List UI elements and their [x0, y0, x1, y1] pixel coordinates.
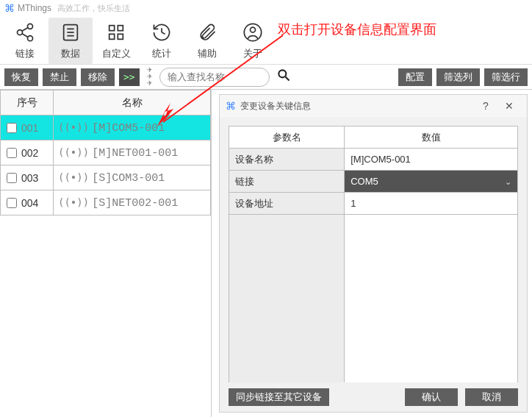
- search-wrap: [159, 68, 293, 87]
- ribbon-assist-label: 辅助: [198, 47, 217, 60]
- dialog-footer: 同步链接至其它设备 确认 取消: [220, 382, 527, 412]
- dialog-body: 参数名 数值 设备名称[M]COM5-001链接COM5⌄设备地址1: [220, 117, 527, 382]
- param-row: 设备名称[M]COM5-001: [229, 149, 518, 171]
- svg-rect-9: [109, 25, 115, 30]
- row-checkbox[interactable]: [7, 198, 17, 208]
- forbid-button[interactable]: 禁止: [43, 68, 76, 86]
- col-header-name[interactable]: 名称: [54, 90, 211, 115]
- row-sn: 002: [21, 147, 38, 159]
- param-filler: [229, 215, 518, 383]
- dialog-title: 变更设备关键信息: [240, 100, 311, 113]
- history-icon: [151, 22, 172, 46]
- svg-line-18: [285, 77, 289, 81]
- param-value[interactable]: [M]COM5-001: [345, 149, 518, 171]
- app-slogan: 高效工作，快乐生活: [57, 3, 130, 14]
- ribbon-about[interactable]: 关于: [231, 18, 275, 64]
- right-pane: ⌘ 变更设备关键信息 ? ✕ 参数名 数值 设备名称[M]COM5-001链接C…: [212, 90, 532, 417]
- param-key: 设备地址: [229, 193, 345, 215]
- dialog-header: ⌘ 变更设备关键信息 ? ✕: [220, 95, 527, 117]
- svg-rect-10: [118, 25, 123, 30]
- row-checkbox[interactable]: [7, 123, 17, 133]
- ribbon-data[interactable]: 数据: [48, 18, 93, 64]
- param-key: 链接: [229, 171, 345, 193]
- ribbon-data-label: 数据: [61, 47, 80, 60]
- search-input[interactable]: [159, 68, 270, 87]
- device-table: 序号 名称 001((•))[M]COM5-001002((•))[M]NET0…: [0, 90, 211, 215]
- svg-point-0: [18, 29, 23, 35]
- ribbon-stats[interactable]: 统计: [140, 18, 184, 64]
- svg-point-2: [28, 35, 33, 40]
- restore-button[interactable]: 恢复: [4, 68, 38, 86]
- row-name: [M]COM5-001: [92, 122, 165, 135]
- signal-icon: ((•)): [58, 121, 89, 133]
- svg-point-17: [278, 70, 286, 77]
- row-name: [S]NET002-001: [92, 197, 178, 210]
- svg-line-14: [162, 32, 165, 34]
- col-header-param: 参数名: [229, 126, 345, 149]
- table-row[interactable]: 004((•))[S]NET002-001: [1, 190, 211, 215]
- signal-icon: ((•)): [58, 146, 89, 158]
- row-sn: 004: [21, 197, 38, 209]
- row-sn: 003: [21, 172, 38, 184]
- list-icon: [60, 22, 81, 46]
- app-brand: MThings: [18, 3, 51, 13]
- main-area: 序号 名称 001((•))[M]COM5-001002((•))[M]NET0…: [0, 90, 532, 417]
- help-button[interactable]: ?: [474, 100, 497, 112]
- dialog-header-icon: ⌘: [226, 100, 236, 112]
- param-row: 链接COM5⌄: [229, 171, 518, 193]
- ribbon-about-label: 关于: [243, 47, 262, 60]
- magnifier-icon: [276, 68, 291, 86]
- share-icon: [15, 22, 35, 46]
- table-row[interactable]: 001((•))[M]COM5-001: [1, 115, 211, 140]
- action-bar: 恢复 禁止 移除 >> ✈✈✈ 配置 筛选列 筛选行: [0, 65, 532, 90]
- table-row[interactable]: 003((•))[S]COM3-001: [1, 165, 211, 190]
- param-key: 设备名称: [229, 149, 345, 171]
- row-checkbox[interactable]: [7, 148, 17, 158]
- close-button[interactable]: ✕: [497, 100, 521, 112]
- ribbon-link[interactable]: 链接: [3, 18, 47, 64]
- chevron-down-icon: ⌄: [505, 177, 511, 186]
- person-icon: [242, 22, 263, 46]
- col-header-value: 数值: [345, 126, 518, 149]
- filter-row-button[interactable]: 筛选行: [484, 68, 528, 86]
- ribbon-custom[interactable]: 自定义: [94, 18, 138, 64]
- search-button[interactable]: [274, 68, 293, 87]
- svg-point-1: [28, 24, 33, 29]
- param-row: 设备地址1: [229, 193, 518, 215]
- filter-col-button[interactable]: 筛选列: [436, 68, 480, 86]
- ribbon-toolbar: 链接 数据 自定义 统计 辅助 关于: [0, 16, 532, 65]
- device-info-dialog: ⌘ 变更设备关键信息 ? ✕ 参数名 数值 设备名称[M]COM5-001链接C…: [219, 94, 528, 413]
- ok-button[interactable]: 确认: [405, 388, 458, 406]
- col-header-sn[interactable]: 序号: [1, 90, 54, 115]
- device-list-pane: 序号 名称 001((•))[M]COM5-001002((•))[M]NET0…: [0, 90, 212, 417]
- param-table: 参数名 数值 设备名称[M]COM5-001链接COM5⌄设备地址1: [229, 126, 518, 382]
- ribbon-custom-label: 自定义: [102, 47, 131, 60]
- row-checkbox[interactable]: [7, 173, 17, 183]
- ribbon-stats-label: 统计: [152, 47, 171, 60]
- paperclip-icon: [197, 22, 218, 46]
- svg-rect-12: [118, 34, 123, 39]
- signal-icon: ((•)): [58, 196, 89, 208]
- mini-arrow-icon: ✈✈✈: [147, 67, 152, 87]
- row-name: [S]COM3-001: [92, 172, 165, 185]
- table-row[interactable]: 002((•))[M]NET001-001: [1, 140, 211, 165]
- row-name: [M]NET001-001: [92, 147, 178, 160]
- next-button[interactable]: >>: [119, 68, 140, 86]
- signal-icon: ((•)): [58, 171, 89, 183]
- svg-rect-11: [109, 34, 115, 39]
- svg-point-16: [251, 27, 256, 32]
- app-logo-icon: ⌘: [4, 2, 15, 14]
- titlebar: ⌘ MThings 高效工作，快乐生活: [0, 0, 532, 16]
- param-value[interactable]: 1: [345, 193, 518, 215]
- svg-line-3: [22, 27, 28, 31]
- ribbon-link-label: 链接: [15, 47, 35, 60]
- ribbon-assist[interactable]: 辅助: [185, 18, 229, 64]
- svg-line-4: [22, 33, 28, 37]
- grid-icon: [106, 22, 126, 46]
- param-value-combo[interactable]: COM5⌄: [345, 171, 518, 193]
- remove-button[interactable]: 移除: [81, 68, 115, 86]
- config-button[interactable]: 配置: [398, 68, 432, 86]
- row-sn: 001: [21, 122, 38, 134]
- sync-link-button[interactable]: 同步链接至其它设备: [229, 388, 329, 406]
- cancel-button[interactable]: 取消: [465, 388, 518, 406]
